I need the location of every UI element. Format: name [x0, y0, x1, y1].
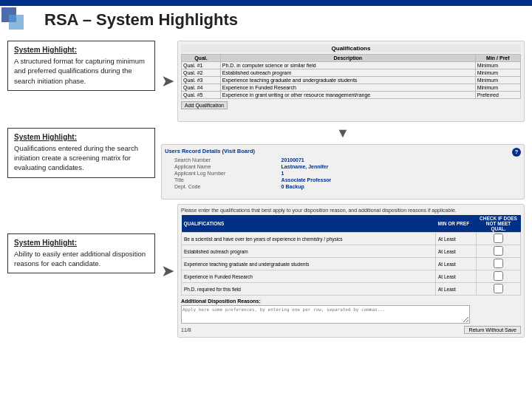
- table-row: Search Number 20100071: [172, 157, 386, 163]
- col-qualifications: QUALIFICATIONS: [182, 215, 436, 233]
- table-row: Title Associate Professor: [172, 177, 386, 183]
- table-row: Ph.D. required for this field At Least: [182, 283, 521, 296]
- spacer-1: [7, 98, 155, 120]
- board-table: Search Number 20100071 Applicant Name La…: [172, 157, 386, 190]
- highlight-box-1: System Highlight: A structured format fo…: [7, 41, 155, 91]
- left-column: System Highlight: A structured format fo…: [7, 41, 155, 392]
- row-2: Users Record Details (Visit Board) ? Sea…: [161, 144, 525, 200]
- highlight-box-3: System Highlight: Ability to easily ente…: [7, 233, 155, 274]
- qual-panel-title: Qualifications: [181, 44, 521, 52]
- add-qualification-button[interactable]: Add Qualification: [181, 101, 228, 109]
- arrow-1: ➤: [161, 72, 174, 91]
- highlight-3-text: Ability to easily enter additional dispo…: [14, 249, 149, 269]
- qualifications-panel: Qualifications Qual. Description Min / P…: [177, 41, 525, 122]
- table-row: Qual. #2 Established outreach program Mi…: [182, 69, 521, 77]
- page-title: RSA – System Highlights: [44, 10, 238, 30]
- main-content: System Highlight: A structured format fo…: [7, 41, 525, 392]
- check-3[interactable]: [494, 259, 503, 268]
- table-row: Established outreach program At Least: [182, 245, 521, 258]
- bottom-bar-row: 11/8 Return Without Save: [181, 326, 521, 334]
- highlight-3-title: System Highlight:: [14, 239, 149, 247]
- check-5[interactable]: [494, 284, 503, 293]
- disposition-textarea[interactable]: [181, 305, 470, 324]
- table-row: Applicant Log Number 1: [172, 170, 386, 177]
- table-row: Experience teaching graduate and undergr…: [182, 258, 521, 270]
- top-bar: [0, 0, 532, 6]
- check-4[interactable]: [494, 271, 503, 281]
- col-qual: Qual.: [182, 55, 221, 62]
- additional-disposition: Additional Disposition Reasons:: [181, 299, 521, 324]
- arrow-2: ➤: [161, 262, 174, 281]
- matrix-note: Please enter the qualifications that bes…: [181, 208, 521, 213]
- highlight-1-text: A structured format for capturing minimu…: [14, 56, 149, 86]
- highlight-1-title: System Highlight:: [14, 46, 149, 54]
- right-column: ➤ Qualifications Qual. Description Min /…: [161, 41, 525, 392]
- decorative-squares: [0, 6, 44, 35]
- col-min-pref: MIN OR PREF: [436, 215, 477, 233]
- highlight-box-2: System Highlight: Qualifications entered…: [7, 128, 155, 178]
- check-2[interactable]: [494, 246, 503, 256]
- table-row: Qual. #3 Experience teaching graduate an…: [182, 77, 521, 84]
- highlight-2-text: Qualifications entered during the search…: [14, 143, 149, 173]
- row-1: ➤ Qualifications Qual. Description Min /…: [161, 41, 525, 122]
- col-minpref: Min / Pref: [475, 55, 520, 62]
- col-check: CHECK IF DOES NOT MEET QUAL.: [477, 215, 521, 233]
- col-desc: Description: [220, 55, 475, 62]
- table-row: Qual. #4 Experience in Funded Research M…: [182, 84, 521, 92]
- row-3: ➤ Please enter the qualifications that b…: [161, 204, 525, 338]
- table-row: Applicant Name Lastname, Jennifer: [172, 163, 386, 170]
- table-row: Dept. Code 0 Backup: [172, 183, 386, 190]
- down-arrow-1: ▼: [161, 126, 525, 140]
- page-number: 11/8: [181, 327, 191, 332]
- matrix-table: QUALIFICATIONS MIN OR PREF CHECK IF DOES…: [181, 215, 521, 296]
- table-row: Experience in Funded Research At Least: [182, 270, 521, 283]
- matrix-panel: Please enter the qualifications that bes…: [177, 204, 525, 338]
- additional-title: Additional Disposition Reasons:: [181, 299, 521, 304]
- board-panel: Users Record Details (Visit Board) ? Sea…: [161, 144, 525, 200]
- spacer-2: [7, 185, 155, 226]
- return-without-save-button[interactable]: Return Without Save: [464, 326, 521, 334]
- qual-table: Qual. Description Min / Pref Qual. #1 Ph…: [181, 54, 521, 99]
- table-row: Qual. #5 Experience in grant writing or …: [182, 92, 521, 99]
- table-row: Be a scientist and have over ten years o…: [182, 233, 521, 245]
- help-icon[interactable]: ?: [512, 148, 521, 157]
- highlight-2-title: System Highlight:: [14, 133, 149, 141]
- board-panel-title: Users Record Details (Visit Board): [165, 148, 255, 154]
- check-1[interactable]: [494, 233, 503, 243]
- table-row: Qual. #1 Ph.D. in computer science or si…: [182, 62, 521, 69]
